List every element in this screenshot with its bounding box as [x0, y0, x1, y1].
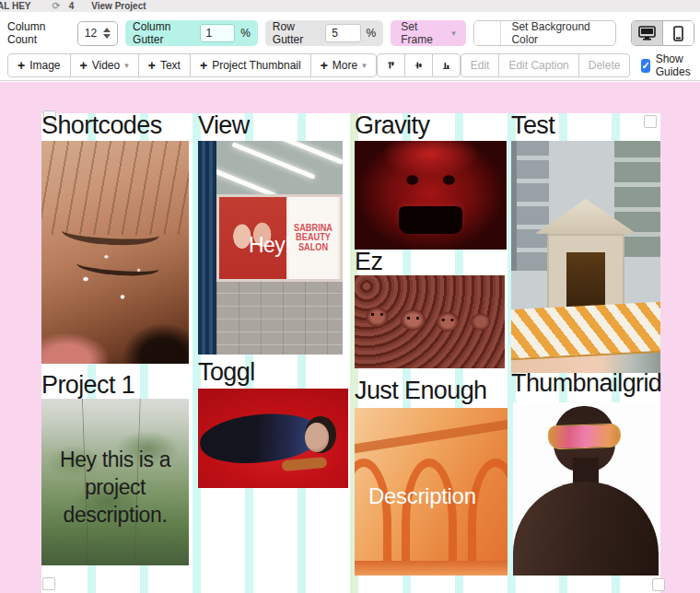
tile-title-shortcodes[interactable]: Shortcodes [41, 111, 162, 139]
align-top-button[interactable] [377, 53, 405, 77]
row-gutter-input[interactable]: 5 [325, 24, 360, 42]
tile-title-view[interactable]: View [198, 111, 250, 139]
column-count-value: 12 [85, 27, 97, 40]
show-guides-control[interactable]: ✓ Show Guides [641, 52, 695, 78]
align-middle-button[interactable] [404, 53, 433, 77]
tile-title-gravity[interactable]: Gravity [355, 111, 429, 139]
insert-button-group: + Image + Video ▾ + Text + Project Thumb… [7, 53, 377, 77]
delete-button[interactable]: Delete [578, 53, 631, 77]
align-middle-icon [414, 58, 423, 73]
portrait-photo-detail [513, 482, 659, 576]
tile-overlay-text: Hey this is a project description. [41, 446, 189, 529]
tile-overlay-text: Hey! [249, 233, 290, 258]
page: AL HEY ⟳ 4 View Project Column Count 12 … [0, 0, 700, 593]
figure-photo-detail [282, 456, 328, 471]
tile-image-ez[interactable] [355, 275, 505, 368]
tile-title-toggl[interactable]: Toggl [198, 358, 255, 386]
face-photo-detail [76, 254, 160, 278]
column-count-label: Column Count [7, 20, 70, 46]
plus-icon: + [80, 59, 88, 72]
align-bottom-icon [442, 58, 450, 73]
site-name[interactable]: AL HEY [0, 1, 31, 11]
check-icon: ✓ [641, 60, 649, 72]
arches-photo-detail [355, 408, 508, 461]
toolbar-row-insert: + Image + Video ▾ + Text + Project Thumb… [7, 53, 694, 77]
tile-title-test[interactable]: Test [511, 111, 554, 139]
view-project-link[interactable]: View Project [91, 1, 146, 11]
column-gutter-input[interactable]: 1 [200, 24, 236, 42]
add-image-button[interactable]: + Image [7, 53, 71, 77]
align-top-icon [387, 58, 395, 73]
arches-photo-detail [402, 459, 457, 563]
row-gutter-control: Row Gutter 5 % [265, 20, 383, 46]
plus-icon: + [321, 59, 328, 72]
tile-title-thumbnailgrid[interactable]: Thumbnailgrid [511, 369, 661, 397]
edit-caption-label: Edit Caption [508, 59, 568, 72]
tile-image-shortcodes[interactable] [41, 141, 189, 364]
editor-toolbar: Column Count 12 Column Gutter 1 % Row Gu… [0, 12, 700, 81]
toolbar-row-grid-settings: Column Count 12 Column Gutter 1 % Row Gu… [7, 20, 694, 46]
tile-overlay-text: Description [368, 483, 476, 509]
editor-canvas[interactable]: Shortcodes View Gravity Test [0, 82, 700, 593]
add-text-label: Text [160, 59, 181, 72]
tile-image-gravity[interactable] [355, 141, 507, 250]
edit-button[interactable]: Edit [461, 53, 500, 77]
sculpture-photo-detail [399, 206, 462, 235]
column-count-stepper[interactable]: 12 [77, 21, 118, 46]
background-color-swatch[interactable] [474, 21, 502, 45]
face-photo-detail [122, 323, 189, 364]
monitor-icon [638, 26, 656, 41]
figure-photo-detail [305, 423, 329, 452]
delete-label: Delete [589, 59, 621, 72]
align-bottom-button[interactable] [432, 53, 461, 77]
stepper-arrows-icon[interactable] [103, 28, 111, 39]
tile-image-thumbnailgrid[interactable] [513, 402, 659, 576]
desktop-preview-button[interactable] [632, 21, 663, 45]
tile-image-view[interactable]: SABRINA BEAUTY SALON Hey! [198, 141, 343, 355]
phone-icon [673, 26, 683, 41]
add-video-button[interactable]: + Video ▾ [70, 53, 139, 77]
refresh-icon[interactable]: ⟳ [52, 0, 61, 12]
set-frame-button[interactable]: Set Frame ▾ [391, 20, 466, 46]
row-gutter-unit: % [367, 27, 377, 40]
tile-image-just-enough[interactable]: Description [355, 408, 508, 576]
edit-caption-button[interactable]: Edit Caption [498, 53, 578, 77]
chevron-down-icon: ▾ [124, 61, 129, 70]
device-preview-toggle [631, 20, 694, 46]
building-photo-detail [511, 302, 660, 359]
align-button-group [377, 53, 461, 77]
show-guides-checkbox[interactable]: ✓ [641, 59, 649, 73]
edit-button-group: Edit Edit Caption Delete [461, 53, 631, 77]
column-gutter-label: Column Gutter [133, 20, 193, 46]
tile-title-project1[interactable]: Project 1 [41, 371, 134, 399]
tile-image-project1[interactable]: Hey this is a project description. [41, 399, 189, 565]
select-checkbox-bottom-right[interactable] [652, 578, 665, 591]
select-checkbox-top-right[interactable] [644, 115, 657, 128]
add-image-label: Image [29, 59, 60, 72]
add-text-button[interactable]: + Text [138, 53, 191, 77]
set-frame-label: Set Frame [401, 20, 445, 46]
select-checkbox-bottom-left[interactable] [42, 577, 55, 590]
plus-icon: + [200, 59, 207, 72]
add-more-button[interactable]: + More ▾ [310, 53, 377, 77]
set-background-label: Set Background Color [501, 21, 615, 45]
mobile-preview-button[interactable] [663, 21, 694, 45]
tile-image-toggl[interactable] [198, 389, 348, 488]
set-background-color-button[interactable]: Set Background Color [473, 20, 616, 46]
storefront-photo-detail [216, 141, 343, 199]
edit-label: Edit [471, 59, 490, 72]
row-gutter-label: Row Gutter [273, 20, 320, 46]
tile-title-ez[interactable]: Ez [355, 248, 382, 275]
column-gutter-unit: % [240, 27, 251, 40]
add-project-thumbnail-button[interactable]: + Project Thumbnail [190, 53, 311, 77]
tile-image-test[interactable]: PENTAGRAM [511, 141, 660, 373]
show-guides-label: Show Guides [656, 52, 696, 78]
arches-photo-detail [355, 561, 508, 576]
project-sheet[interactable]: Shortcodes View Gravity Test [41, 113, 660, 593]
portrait-photo-detail [547, 424, 621, 450]
column-gutter-control: Column Gutter 1 % [125, 20, 258, 46]
salon-sign-line: SALON [288, 243, 337, 252]
storefront-photo-detail [216, 280, 343, 355]
tile-title-just-enough[interactable]: Just Enough [355, 377, 487, 404]
salon-poster-text: SABRINA BEAUTY SALON [288, 197, 337, 279]
